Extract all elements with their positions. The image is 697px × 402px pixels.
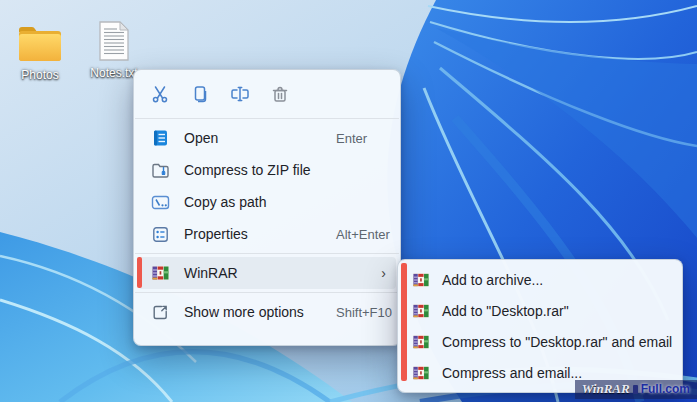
copy-path-icon bbox=[150, 192, 170, 212]
winrar-icon bbox=[150, 263, 170, 283]
submenu-chevron-icon: › bbox=[381, 266, 386, 280]
menu-item-show-more-options[interactable]: Show more options Shift+F10 bbox=[134, 296, 400, 328]
desktop-icon-label: Notes.txt bbox=[90, 66, 137, 80]
menu-item-copy-as-path[interactable]: Copy as path bbox=[134, 186, 400, 218]
desktop-icon-label: Photos bbox=[21, 68, 58, 82]
winrar-icon bbox=[412, 365, 430, 381]
text-file-icon bbox=[98, 20, 130, 62]
winrar-submenu: Add to archive... Add to "Desktop.rar" C… bbox=[397, 259, 683, 393]
menu-item-label: Compress to ZIP file bbox=[184, 162, 311, 178]
copy-icon bbox=[190, 84, 210, 104]
annotation-bar-winrar-item bbox=[137, 257, 142, 288]
folder-icon bbox=[16, 24, 64, 64]
submenu-item-label: Compress to "Desktop.rar" and email bbox=[442, 334, 672, 350]
open-icon bbox=[150, 128, 170, 148]
menu-item-compress-zip[interactable]: Compress to ZIP file bbox=[134, 154, 400, 186]
context-menu: Open Enter Compress to ZIP file bbox=[133, 69, 401, 346]
watermark-brand: WinRAR bbox=[582, 381, 630, 397]
menu-item-label: Properties bbox=[184, 226, 248, 242]
annotation-bar-submenu bbox=[401, 263, 407, 381]
copy-button[interactable] bbox=[180, 77, 220, 111]
properties-icon bbox=[150, 224, 170, 244]
desktop: Photos Notes.txt bbox=[0, 0, 697, 402]
zip-folder-icon bbox=[150, 160, 170, 180]
trash-icon bbox=[270, 84, 290, 104]
watermark: WinRAR Full.com bbox=[575, 380, 697, 399]
menu-item-label: Copy as path bbox=[184, 194, 267, 210]
cut-button[interactable] bbox=[140, 77, 180, 111]
quick-actions-row bbox=[134, 70, 400, 118]
menu-item-label: Open bbox=[184, 130, 218, 146]
menu-item-label: WinRAR bbox=[184, 265, 238, 281]
submenu-item-label: Compress and email... bbox=[442, 365, 582, 381]
winrar-icon bbox=[412, 334, 430, 350]
menu-item-shortcut: Enter bbox=[336, 131, 367, 146]
scissors-icon bbox=[150, 84, 170, 104]
rename-icon bbox=[229, 84, 251, 104]
menu-item-shortcut: Alt+Enter bbox=[336, 227, 390, 242]
submenu-item-add-to-desktop-rar[interactable]: Add to "Desktop.rar" bbox=[398, 295, 682, 326]
submenu-item-label: Add to "Desktop.rar" bbox=[442, 303, 569, 319]
menu-item-shortcut: Shift+F10 bbox=[336, 305, 392, 320]
menu-item-properties[interactable]: Properties Alt+Enter bbox=[134, 218, 400, 250]
winrar-icon bbox=[412, 272, 430, 288]
watermark-site: Full.com bbox=[641, 382, 690, 396]
delete-button[interactable] bbox=[260, 77, 300, 111]
menu-item-label: Show more options bbox=[184, 304, 304, 320]
menu-item-winrar[interactable]: WinRAR › bbox=[138, 257, 396, 289]
menu-item-open[interactable]: Open Enter bbox=[134, 122, 400, 154]
submenu-item-compress-and-email-rar[interactable]: Compress to "Desktop.rar" and email bbox=[398, 326, 682, 357]
submenu-item-add-to-archive[interactable]: Add to archive... bbox=[398, 264, 682, 295]
submenu-item-label: Add to archive... bbox=[442, 272, 543, 288]
watermark-glyph-icon bbox=[633, 385, 638, 394]
rename-button[interactable] bbox=[220, 77, 260, 111]
show-more-icon bbox=[150, 302, 170, 322]
desktop-icon-photos[interactable]: Photos bbox=[8, 24, 72, 82]
winrar-icon bbox=[412, 303, 430, 319]
